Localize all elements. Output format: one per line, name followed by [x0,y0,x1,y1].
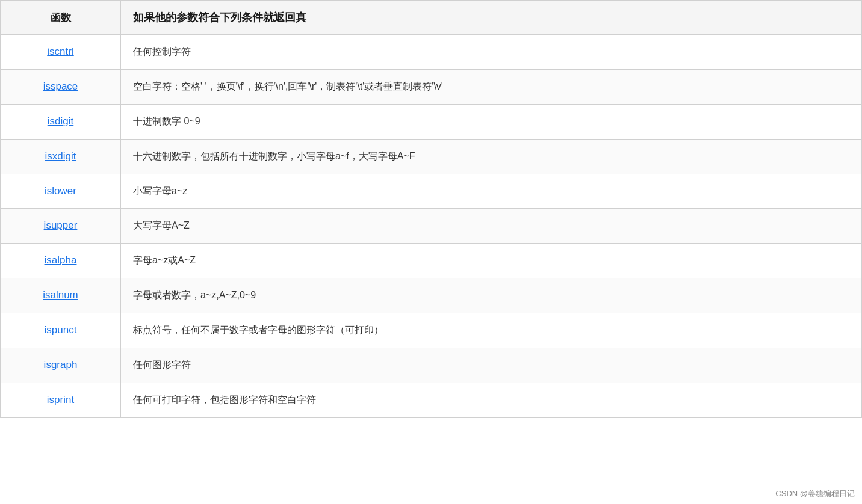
func-cell: iscntrl [1,35,121,70]
func-cell: ispunct [1,313,121,348]
func-cell: isdigit [1,104,121,139]
desc-cell: 字母a~z或A~Z [121,244,862,278]
func-link-isalnum[interactable]: isalnum [43,289,78,301]
func-link-isalpha[interactable]: isalpha [45,254,77,266]
desc-cell: 小写字母a~z [121,174,862,209]
table-header-row: 函数 如果他的参数符合下列条件就返回真 [1,1,862,35]
desc-cell: 十进制数字 0~9 [121,104,862,139]
main-table: 函数 如果他的参数符合下列条件就返回真 iscntrl任何控制字符isspace… [0,0,862,418]
desc-cell: 十六进制数字，包括所有十进制数字，小写字母a~f，大写字母A~F [121,139,862,174]
func-link-ispunct[interactable]: ispunct [45,324,77,336]
func-link-isupper[interactable]: isupper [44,220,78,231]
desc-cell: 标点符号，任何不属于数字或者字母的图形字符（可打印） [121,313,862,348]
table-row: isgraph任何图形字符 [1,348,862,383]
desc-cell: 任何图形字符 [121,348,862,383]
func-cell: isxdigit [1,139,121,174]
header-func-col: 函数 [1,1,121,35]
table-row: isupper大写字母A~Z [1,209,862,244]
func-cell: isalpha [1,244,121,278]
func-link-iscntrl[interactable]: iscntrl [47,46,73,57]
desc-cell: 大写字母A~Z [121,209,862,244]
func-cell: isgraph [1,348,121,383]
table-row: isalnum字母或者数字，a~z,A~Z,0~9 [1,278,862,313]
func-link-isspace[interactable]: isspace [43,81,78,92]
desc-cell: 任何可打印字符，包括图形字符和空白字符 [121,383,862,417]
func-link-isdigit[interactable]: isdigit [48,115,73,127]
func-link-isprint[interactable]: isprint [47,394,74,405]
table-body: iscntrl任何控制字符isspace空白字符：空格' '，换页'\f'，换行… [1,35,862,418]
table-row: islower小写字母a~z [1,174,862,209]
func-link-islower[interactable]: islower [45,185,76,197]
func-cell: islower [1,174,121,209]
desc-cell: 字母或者数字，a~z,A~Z,0~9 [121,278,862,313]
desc-cell: 空白字符：空格' '，换页'\f'，换行'\n',回车'\r'，制表符'\t'或… [121,69,862,104]
func-link-isgraph[interactable]: isgraph [44,359,78,370]
table-row: isxdigit十六进制数字，包括所有十进制数字，小写字母a~f，大写字母A~F [1,139,862,174]
page-wrapper: 函数 如果他的参数符合下列条件就返回真 iscntrl任何控制字符isspace… [0,0,862,504]
table-row: isalpha字母a~z或A~Z [1,244,862,278]
table-row: isdigit十进制数字 0~9 [1,104,862,139]
desc-cell: 任何控制字符 [121,35,862,70]
func-cell: isalnum [1,278,121,313]
table-row: ispunct标点符号，任何不属于数字或者字母的图形字符（可打印） [1,313,862,348]
func-cell: isprint [1,383,121,417]
header-desc-col: 如果他的参数符合下列条件就返回真 [121,1,862,35]
func-link-isxdigit[interactable]: isxdigit [45,150,76,162]
table-row: iscntrl任何控制字符 [1,35,862,70]
table-row: isspace空白字符：空格' '，换页'\f'，换行'\n',回车'\r'，制… [1,69,862,104]
func-cell: isupper [1,209,121,244]
func-cell: isspace [1,69,121,104]
table-row: isprint任何可打印字符，包括图形字符和空白字符 [1,383,862,417]
footer-text: CSDN @姜糖编程日记 [775,488,855,499]
